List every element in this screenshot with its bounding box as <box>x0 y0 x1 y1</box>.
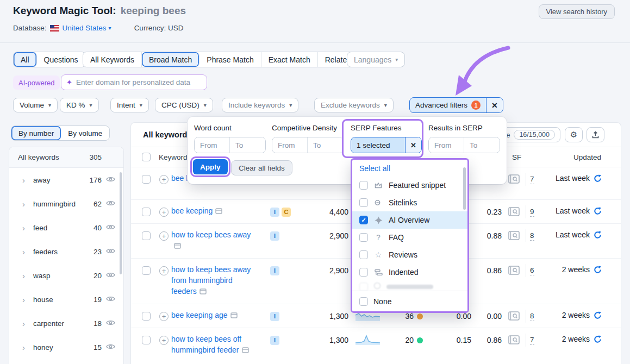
refresh-icon[interactable] <box>594 266 602 274</box>
sf-count[interactable]: 7 <box>530 335 534 346</box>
database-selector[interactable]: United States ▾ <box>63 24 111 32</box>
word-count-to-input[interactable] <box>230 137 265 153</box>
volume-filter[interactable]: Volume▾ <box>13 98 58 112</box>
group-row-hummingbird[interactable]: › hummingbird62 <box>9 192 123 216</box>
serp-preview-icon[interactable] <box>508 335 520 344</box>
serp-page-icon[interactable] <box>199 288 207 294</box>
checkbox[interactable] <box>359 297 368 306</box>
refresh-icon[interactable] <box>594 231 602 239</box>
serp-preview-icon[interactable] <box>508 266 520 275</box>
cd-to-input[interactable] <box>308 137 343 153</box>
sf-count[interactable]: 8 <box>530 230 534 241</box>
chevron-right-icon[interactable]: › <box>22 295 25 304</box>
refresh-icon[interactable] <box>594 174 602 183</box>
clear-serp-selection-button[interactable]: ✕ <box>405 137 421 153</box>
add-keyword-button[interactable]: + <box>159 311 169 322</box>
chevron-right-icon[interactable]: › <box>22 271 25 280</box>
cd-from-input[interactable] <box>272 137 308 153</box>
sf-count[interactable]: 6 <box>530 265 534 276</box>
add-keyword-button[interactable]: + <box>159 335 169 346</box>
intent-informational-badge[interactable]: I <box>270 208 279 217</box>
intent-filter[interactable]: Intent▾ <box>110 98 149 112</box>
checkbox[interactable] <box>359 250 368 259</box>
group-row-carpenter[interactable]: › carpenter18 <box>9 311 123 335</box>
group-row-feed[interactable]: › feed40 <box>9 216 123 240</box>
eye-icon[interactable] <box>106 200 115 206</box>
table-settings-button[interactable]: ⚙ <box>565 127 583 142</box>
eye-icon[interactable] <box>106 319 115 326</box>
sort-by-volume-tab[interactable]: By volume <box>61 126 109 140</box>
eye-icon[interactable] <box>106 176 115 183</box>
group-row-house[interactable]: › house19 <box>9 287 123 311</box>
serp-features-select[interactable]: 1 selected ✕ <box>351 137 422 153</box>
refresh-icon[interactable] <box>594 335 602 343</box>
chevron-right-icon[interactable]: › <box>22 247 25 256</box>
add-keyword-button[interactable]: + <box>159 174 169 185</box>
serp-preview-icon[interactable] <box>508 231 520 240</box>
clear-advanced-filters-button[interactable]: ✕ <box>486 98 503 112</box>
serp-page-icon[interactable] <box>242 347 249 353</box>
option-none[interactable]: None <box>352 291 467 311</box>
option-faq[interactable]: ? FAQ <box>352 229 467 246</box>
dropdown-scrollbar[interactable] <box>463 167 466 210</box>
chevron-right-icon[interactable]: › <box>22 223 25 233</box>
option-indented[interactable]: Indented <box>352 263 467 281</box>
checkbox-checked[interactable]: ✓ <box>359 216 368 224</box>
keyword-link[interactable]: bee keeping age <box>171 310 259 321</box>
intent-informational-badge[interactable]: I <box>270 312 279 321</box>
eye-icon[interactable] <box>106 343 115 350</box>
refresh-icon[interactable] <box>594 207 602 215</box>
row-checkbox[interactable] <box>142 206 151 217</box>
include-keywords-filter[interactable]: Include keywords▾ <box>222 98 298 112</box>
serp-page-icon[interactable] <box>215 208 222 214</box>
results-to-input[interactable] <box>464 137 500 153</box>
eye-icon[interactable] <box>106 248 115 254</box>
intent-commercial-badge[interactable]: C <box>282 208 291 217</box>
serp-preview-icon[interactable] <box>508 174 520 184</box>
serp-preview-icon[interactable] <box>508 207 520 216</box>
eye-icon[interactable] <box>106 272 115 278</box>
all-keywords-group[interactable]: All keywords 305 <box>9 147 123 168</box>
languages-dropdown[interactable]: Languages ▾ <box>347 52 405 67</box>
keyword-link[interactable]: how to keep bees away from hummingbird f… <box>171 264 259 297</box>
sf-count[interactable]: 9 <box>530 206 534 217</box>
export-button[interactable] <box>587 127 604 142</box>
word-count-from-input[interactable] <box>195 137 230 153</box>
eye-icon[interactable] <box>106 296 115 302</box>
group-row-wasp[interactable]: › wasp20 <box>9 263 123 287</box>
add-keyword-button[interactable]: + <box>159 265 169 276</box>
chevron-right-icon[interactable]: › <box>22 199 25 209</box>
advanced-filters-toggle[interactable]: Advanced filters 1 ✕ <box>409 97 503 113</box>
eye-icon[interactable] <box>106 224 115 230</box>
row-checkbox[interactable] <box>142 174 151 185</box>
tab-all[interactable]: All <box>14 52 37 67</box>
column-sf[interactable]: SF <box>512 153 521 161</box>
intent-informational-badge[interactable]: I <box>270 336 279 345</box>
row-checkbox[interactable] <box>142 311 151 322</box>
tab-broad-match[interactable]: Broad Match <box>142 52 199 67</box>
keyword-link[interactable]: how to keep bees off hummingbird feeder <box>171 334 259 355</box>
exclude-keywords-filter[interactable]: Exclude keywords▾ <box>314 98 394 112</box>
chevron-right-icon[interactable]: › <box>22 175 25 185</box>
option-featured-snippet[interactable]: Featured snippet <box>352 177 467 194</box>
column-updated[interactable]: Updated <box>573 153 601 161</box>
option-ai-overview[interactable]: ✓ AI Overview <box>352 211 467 229</box>
row-checkbox[interactable] <box>142 265 151 276</box>
group-row-away[interactable]: › away176 <box>9 168 123 192</box>
serp-preview-icon[interactable] <box>508 311 520 321</box>
intent-informational-badge[interactable]: I <box>270 231 279 241</box>
option-reviews[interactable]: ☆ Reviews <box>352 246 467 263</box>
sort-by-number-tab[interactable]: By number <box>11 126 61 140</box>
tab-phrase-match[interactable]: Phrase Match <box>199 52 261 67</box>
keyword-link[interactable]: how to keep bees away <box>171 229 259 251</box>
checkbox[interactable] <box>359 198 368 207</box>
add-keyword-button[interactable]: + <box>159 206 169 217</box>
select-all-link[interactable]: Select all <box>352 160 467 177</box>
checkbox[interactable] <box>359 268 368 277</box>
sf-count[interactable]: 7 <box>530 174 534 185</box>
group-row-feeders[interactable]: › feeders23 <box>9 240 123 263</box>
chevron-right-icon[interactable]: › <box>22 343 25 352</box>
cpc-filter[interactable]: CPC (USD)▾ <box>155 98 213 112</box>
serp-page-icon[interactable] <box>174 243 181 249</box>
tab-all-keywords[interactable]: All Keywords <box>83 52 142 67</box>
